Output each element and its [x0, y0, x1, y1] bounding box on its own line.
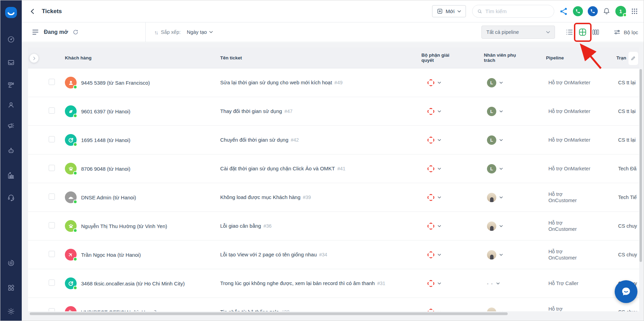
chevron-down-icon[interactable]: [438, 311, 441, 312]
assignee-avatar[interactable]: [487, 250, 496, 259]
table-row[interactable]: 1695 1448 (từ Hanoi) Chuyển đổi thời gia…: [28, 126, 639, 154]
chevron-down-icon[interactable]: [438, 110, 441, 113]
assignee-avatar[interactable]: [487, 308, 496, 312]
ticket-title[interactable]: Chuyển đổi thời gian sử dụng: [220, 137, 289, 143]
column-header-assignee[interactable]: Nhân viên phụ trách: [457, 53, 519, 63]
vertical-scrollbar-thumb[interactable]: [640, 69, 642, 262]
new-ticket-button[interactable]: Mới: [432, 5, 466, 17]
user-avatar[interactable]: 1: [615, 6, 626, 17]
chevron-down-icon[interactable]: [438, 168, 441, 170]
column-header-ticket[interactable]: Tên ticket: [220, 55, 400, 60]
table-row[interactable]: 9445 5389 (từ San Francisco) Sửa lại thờ…: [28, 68, 639, 97]
department-icon[interactable]: [427, 223, 435, 230]
department-icon[interactable]: [427, 280, 435, 287]
table-row[interactable]: 9601 6397 (từ Hanoi) Thay đổi thời gian …: [28, 97, 639, 126]
chevron-down-icon[interactable]: [499, 311, 503, 312]
customer-name[interactable]: Trần Ngọc Hoa (từ Hanoi): [81, 252, 141, 258]
row-checkbox[interactable]: [49, 308, 55, 311]
refresh-icon[interactable]: [72, 29, 79, 35]
filter-button[interactable]: Bộ lọc: [614, 29, 638, 36]
pipeline-filter-select[interactable]: Tất cả pipeline: [481, 26, 555, 39]
column-header-department[interactable]: Bộ phận giải quyết: [400, 53, 457, 63]
department-icon[interactable]: [427, 108, 435, 115]
contacts-icon[interactable]: [7, 101, 15, 109]
chevron-down-icon[interactable]: [496, 282, 500, 285]
row-checkbox[interactable]: [49, 79, 55, 85]
chevron-down-icon[interactable]: [499, 254, 503, 256]
chevron-down-icon[interactable]: [438, 254, 441, 256]
department-icon[interactable]: [427, 79, 435, 86]
department-icon[interactable]: [427, 136, 435, 144]
customer-name[interactable]: 1695 1448 (từ Hanoi): [81, 137, 130, 143]
customer-name[interactable]: DNSE Admin (từ Hanoi): [81, 195, 136, 200]
row-checkbox[interactable]: [49, 107, 55, 114]
reports-chart-icon[interactable]: [7, 172, 15, 180]
customer-name[interactable]: 8706 9048 (từ Hanoi): [81, 166, 130, 172]
chevron-down-icon[interactable]: [438, 225, 441, 227]
chevron-down-icon[interactable]: [499, 225, 503, 227]
assignee-avatar[interactable]: - -: [487, 281, 493, 286]
dashboard-icon[interactable]: [7, 36, 15, 44]
grid-view-icon-active[interactable]: [578, 28, 587, 37]
call-headset-icon[interactable]: [7, 193, 15, 201]
table-row[interactable]: ✈ Trần Ngọc Hoa (từ Hanoi) Lỗi tạo View …: [28, 240, 639, 269]
chevron-down-icon[interactable]: [438, 282, 441, 285]
department-icon[interactable]: [427, 165, 435, 172]
assignee-avatar[interactable]: [487, 193, 496, 202]
table-row[interactable]: DNSE Admin (từ Hanoi) Không load được mụ…: [28, 183, 639, 212]
assignee-avatar[interactable]: L: [487, 78, 496, 87]
chat-widget-launcher[interactable]: [615, 280, 637, 303]
chevron-down-icon[interactable]: [499, 110, 503, 113]
ticket-title[interactable]: Thay đổi thời gian sử dụng: [220, 108, 282, 114]
kanban-view-icon[interactable]: [592, 28, 600, 36]
chevron-down-icon[interactable]: [438, 82, 441, 84]
ticket-title[interactable]: Trong lúc gọi không nghe được, xem lại b…: [220, 280, 375, 286]
customer-name[interactable]: Nguyễn Thị Thu Hường (từ Vinh Yen): [81, 223, 167, 229]
expand-panel-button[interactable]: [29, 54, 39, 63]
column-header-pipeline[interactable]: Pipeline: [519, 55, 591, 60]
edit-columns-button[interactable]: [628, 52, 638, 65]
view-menu-icon[interactable]: [32, 30, 38, 35]
chevron-down-icon[interactable]: [438, 139, 441, 141]
phone-green-icon[interactable]: [573, 6, 583, 16]
ticket-title[interactable]: Lỗi giao cân bằng: [220, 223, 261, 229]
ticket-title[interactable]: Cài đặt thời gian sử dụng chặn Click Ảo …: [220, 166, 335, 171]
row-checkbox[interactable]: [49, 222, 55, 228]
table-row[interactable]: 8706 9048 (từ Hanoi) Cài đặt thời gian s…: [28, 154, 639, 183]
ticket-title[interactable]: Sửa lại thời gian sử dụng cho web mới kí…: [220, 79, 332, 85]
assignee-avatar[interactable]: L: [487, 164, 496, 173]
column-header-customer[interactable]: Khách hàng: [65, 55, 220, 60]
department-icon[interactable]: [427, 309, 435, 312]
row-checkbox[interactable]: [49, 193, 55, 200]
chevron-down-icon[interactable]: [438, 196, 441, 199]
table-row[interactable]: ✎ VNDIRECT OFFICIAL (từ Hanoi) Tin nhắn …: [28, 298, 639, 311]
customer-name[interactable]: 3468 tksic.oncaller.asia (từ Ho Chi Minh…: [81, 281, 185, 286]
department-icon[interactable]: [427, 251, 435, 258]
ticket-title[interactable]: Tin nhắn từ hệ thống zalo: [220, 309, 279, 311]
chevron-down-icon[interactable]: [499, 168, 503, 170]
sessions-target-icon[interactable]: [7, 259, 15, 267]
chevron-down-icon[interactable]: [499, 196, 503, 199]
table-row[interactable]: Nguyễn Thị Thu Hường (từ Vinh Yen) Lỗi g…: [28, 212, 639, 240]
row-checkbox[interactable]: [49, 280, 55, 286]
search-box[interactable]: [472, 5, 554, 18]
customer-name[interactable]: 9445 5389 (từ San Francisco): [81, 80, 150, 86]
phone-blue-icon[interactable]: [588, 6, 598, 16]
ticket-desk-icon[interactable]: [7, 81, 15, 89]
row-checkbox[interactable]: [49, 136, 55, 142]
chevron-down-icon[interactable]: [499, 139, 503, 141]
ticket-title[interactable]: Không load được mục Khách hàng: [220, 194, 301, 200]
share-icon[interactable]: [559, 7, 568, 16]
campaigns-megaphone-icon[interactable]: [7, 122, 15, 130]
chevron-down-icon[interactable]: [499, 82, 503, 84]
apps-grid-icon[interactable]: [7, 284, 15, 292]
assignee-avatar[interactable]: L: [487, 135, 496, 145]
horizontal-scrollbar-thumb[interactable]: [30, 312, 508, 315]
customer-name[interactable]: VNDIRECT OFFICIAL (từ Hanoi): [81, 309, 157, 312]
ticket-title[interactable]: Lỗi tạo View với 2 page có tên giống nha…: [220, 252, 317, 257]
customer-name[interactable]: 9601 6397 (từ Hanoi): [81, 108, 130, 114]
row-checkbox[interactable]: [49, 165, 55, 171]
row-checkbox[interactable]: [49, 251, 55, 257]
department-icon[interactable]: [427, 194, 435, 201]
back-button[interactable]: [29, 8, 36, 15]
